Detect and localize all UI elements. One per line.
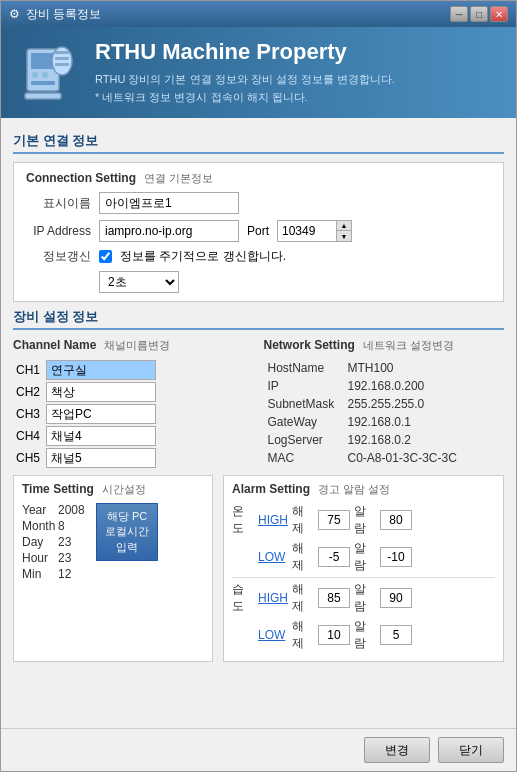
time-row: Hour 23 bbox=[22, 551, 88, 565]
save-button[interactable]: 변경 bbox=[364, 737, 430, 763]
alarm-해제-input[interactable] bbox=[318, 588, 350, 608]
channel-name-cell[interactable] bbox=[43, 403, 253, 425]
display-name-label: 표시이름 bbox=[26, 195, 91, 212]
alarm-해제-label: 해제 bbox=[292, 503, 314, 537]
network-field-value: 192.168.0.2 bbox=[344, 431, 505, 449]
channel-name-input[interactable] bbox=[46, 448, 156, 468]
close-button-bottom[interactable]: 닫기 bbox=[438, 737, 504, 763]
channel-name-input[interactable] bbox=[46, 360, 156, 380]
time-row: Month 8 bbox=[22, 519, 88, 533]
channel-name-col: Channel Name 채널미름변경 CH1 CH2 CH3 CH4 CH5 bbox=[13, 338, 254, 469]
alarm-row: 온도 HIGH 해제 알람 bbox=[232, 503, 495, 537]
header-desc2: * 네트워크 정보 변경시 접속이 해지 됩니다. bbox=[95, 89, 395, 107]
network-field-value: C0-A8-01-3C-3C-3C bbox=[344, 449, 505, 467]
network-field-label: MAC bbox=[264, 449, 344, 467]
time-field-label: Min bbox=[22, 567, 54, 581]
alarm-level-link[interactable]: LOW bbox=[258, 628, 288, 642]
channel-row: CH1 bbox=[13, 359, 254, 381]
alarm-해제-input[interactable] bbox=[318, 510, 350, 530]
svg-rect-4 bbox=[31, 81, 55, 85]
port-down-button[interactable]: ▼ bbox=[337, 231, 351, 241]
basic-connection-section-title: 기본 연결 정보 bbox=[13, 132, 504, 154]
svg-rect-8 bbox=[55, 57, 69, 60]
network-row: HostName MTH100 bbox=[264, 359, 505, 377]
alarm-알람-input[interactable] bbox=[380, 547, 412, 567]
svg-point-3 bbox=[42, 72, 48, 78]
network-field-label: LogServer bbox=[264, 431, 344, 449]
ip-address-label: IP Address bbox=[26, 224, 91, 238]
close-button[interactable]: ✕ bbox=[490, 6, 508, 22]
main-content: 기본 연결 정보 Connection Setting 연결 기본정보 표시이름… bbox=[1, 118, 516, 728]
alarm-setting-box: Alarm Setting 경고 알람 설정 온도 HIGH 해제 알람 LOW… bbox=[223, 475, 504, 662]
connection-setting-title: Connection Setting bbox=[26, 171, 136, 185]
port-input[interactable] bbox=[277, 220, 337, 242]
channel-name-cell[interactable] bbox=[43, 447, 253, 469]
alarm-해제-label: 해제 bbox=[292, 618, 314, 652]
network-setting-title: Network Setting bbox=[264, 338, 355, 352]
alarm-level-link[interactable]: LOW bbox=[258, 550, 288, 564]
time-field-label: Day bbox=[22, 535, 54, 549]
port-input-wrap: ▲ ▼ bbox=[277, 220, 352, 242]
minimize-button[interactable]: ─ bbox=[450, 6, 468, 22]
interval-select[interactable]: 2초 bbox=[99, 271, 179, 293]
channel-name-cell[interactable] bbox=[43, 359, 253, 381]
port-up-button[interactable]: ▲ bbox=[337, 221, 351, 231]
time-field-value: 2008 bbox=[58, 503, 88, 517]
connection-setting-subtitle: 연결 기본정보 bbox=[144, 171, 213, 186]
network-field-label: SubnetMask bbox=[264, 395, 344, 413]
display-name-input[interactable] bbox=[99, 192, 239, 214]
network-row: SubnetMask 255.255.255.0 bbox=[264, 395, 505, 413]
network-row: MAC C0-A8-01-3C-3C-3C bbox=[264, 449, 505, 467]
refresh-checkbox[interactable] bbox=[99, 250, 112, 263]
display-name-group: 표시이름 bbox=[26, 192, 491, 214]
network-field-label: HostName bbox=[264, 359, 344, 377]
alarm-해제-input[interactable] bbox=[318, 547, 350, 567]
title-bar: ⚙ 장비 등록정보 ─ □ ✕ bbox=[1, 1, 516, 27]
network-field-value: 192.168.0.200 bbox=[344, 377, 505, 395]
alarm-level-link[interactable]: HIGH bbox=[258, 591, 288, 605]
ip-address-group: IP Address Port ▲ ▼ bbox=[26, 220, 491, 242]
time-field-label: Month bbox=[22, 519, 54, 533]
network-field-label: IP bbox=[264, 377, 344, 395]
alarm-알람-input[interactable] bbox=[380, 510, 412, 530]
channel-name-input[interactable] bbox=[46, 404, 156, 424]
time-row: Day 23 bbox=[22, 535, 88, 549]
pc-time-button-label: 해당 PC로컬시간입력 bbox=[105, 509, 149, 555]
network-row: LogServer 192.168.0.2 bbox=[264, 431, 505, 449]
header-desc1: RTHU 장비의 기본 연결 정보와 장비 설정 정보를 변경합니다. bbox=[95, 71, 395, 89]
channel-row: CH4 bbox=[13, 425, 254, 447]
network-field-value: MTH100 bbox=[344, 359, 505, 377]
title-bar-text: 장비 등록정보 bbox=[26, 6, 101, 23]
alarm-해제-label: 해제 bbox=[292, 581, 314, 615]
alarm-row: 습도 HIGH 해제 알람 bbox=[232, 581, 495, 615]
alarm-row: LOW 해제 알람 bbox=[232, 540, 495, 574]
alarm-level-link[interactable]: HIGH bbox=[258, 513, 288, 527]
alarm-type-label: 습도 bbox=[232, 581, 254, 615]
network-field-value: 255.255.255.0 bbox=[344, 395, 505, 413]
port-spinner[interactable]: ▲ ▼ bbox=[337, 220, 352, 242]
maximize-button[interactable]: □ bbox=[470, 6, 488, 22]
channel-row: CH3 bbox=[13, 403, 254, 425]
channel-name-cell[interactable] bbox=[43, 381, 253, 403]
channel-name-input[interactable] bbox=[46, 382, 156, 402]
channel-name-cell[interactable] bbox=[43, 425, 253, 447]
alarm-알람-input[interactable] bbox=[380, 625, 412, 645]
svg-rect-7 bbox=[55, 51, 69, 54]
alarm-해제-input[interactable] bbox=[318, 625, 350, 645]
alarm-알람-input[interactable] bbox=[380, 588, 412, 608]
alarm-setting-subtitle: 경고 알람 설정 bbox=[318, 482, 390, 497]
alarm-알람-label: 알람 bbox=[354, 540, 376, 574]
pc-time-button[interactable]: 해당 PC로컬시간입력 bbox=[96, 503, 158, 561]
ip-address-input[interactable] bbox=[99, 220, 239, 242]
time-field-value: 12 bbox=[58, 567, 88, 581]
time-setting-box: Time Setting 시간설정 Year 2008 Month 8 Day … bbox=[13, 475, 213, 662]
device-setting-section-title: 장비 설정 정보 bbox=[13, 308, 504, 330]
port-label: Port bbox=[247, 224, 269, 238]
network-field-label: GateWay bbox=[264, 413, 344, 431]
alarm-row: LOW 해제 알람 bbox=[232, 618, 495, 652]
refresh-group: 정보갱신 정보를 주기적으로 갱신합니다. bbox=[26, 248, 491, 265]
refresh-text: 정보를 주기적으로 갱신합니다. bbox=[120, 248, 286, 265]
time-field-label: Hour bbox=[22, 551, 54, 565]
network-setting-col: Network Setting 네트워크 설정변경 HostName MTH10… bbox=[264, 338, 505, 469]
channel-name-input[interactable] bbox=[46, 426, 156, 446]
